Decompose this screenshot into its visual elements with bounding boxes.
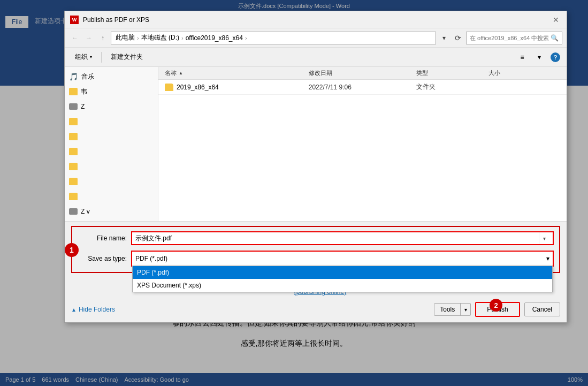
col-header-date: 修改日期 [309,69,417,77]
organize-chevron-icon: ▾ [90,55,92,59]
breadcrumb-drive: 本地磁盘 (D:) [141,33,179,42]
breadcrumb[interactable]: 此电脑 › 本地磁盘 (D:) › office2019_x86_x64 › [111,32,436,44]
nav-dropdown-button[interactable]: ▾ [438,32,450,44]
drive-icon-1 [69,103,78,110]
view-options-button[interactable]: ≡ [516,51,528,63]
col-header-size: 大小 [488,69,560,77]
nav-up-button[interactable]: ↑ [97,32,109,44]
filename-row: File name: ▾ [78,231,554,245]
nav-refresh-button[interactable]: ⟳ [452,32,464,44]
nav-bar: ← → ↑ 此电脑 › 本地磁盘 (D:) › office2019_x86_x… [65,28,567,48]
file-cell-date: 2022/7/11 9:06 [309,84,417,91]
dialog-bottom: 1 File name: ▾ Save as type: PDF (*.pdf) [65,221,567,322]
col-header-name: 名称 ▲ [165,69,309,77]
toolbar: 组织 ▾ 新建文件夹 ≡ ▾ ? [65,48,567,67]
breadcrumb-sep1: › [137,35,139,41]
savetype-option-xps[interactable]: XPS Document (*.xps) [133,279,552,292]
sidebar-item-folder3[interactable] [65,129,158,144]
savetype-current-value: PDF (*.pdf) [135,255,167,262]
main-file-area: 名称 ▲ 修改日期 类型 大小 2019_x86_x64 2022/7/11 9… [158,67,567,221]
dialog-titlebar-left: W Publish as PDF or XPS [70,16,149,24]
folder-icon-4 [69,148,78,155]
file-list-area: 🎵 音乐 韦 Z [65,67,567,221]
nav-forward-button[interactable]: → [83,32,95,44]
sidebar-label-drive1: Z [81,103,85,110]
breadcrumb-parts: 此电脑 › 本地磁盘 (D:) › office2019_x86_x64 › [116,33,247,42]
help-button[interactable]: ? [551,52,560,62]
dialog-close-button[interactable]: ✕ [551,14,561,25]
file-folder-icon [165,84,173,91]
chevron-up-icon: ▲ [71,307,77,313]
file-name: 2019_x86_x64 [177,84,219,91]
savetype-option-pdf-label: PDF (*.pdf) [137,269,169,276]
new-folder-label: 新建文件夹 [111,52,143,62]
toolbar-divider [101,52,102,63]
left-sidebar: 🎵 音乐 韦 Z [65,67,158,221]
col-header-type: 类型 [416,69,488,77]
file-cell-name: 2019_x86_x64 [165,84,309,91]
folder-icon-3 [69,133,78,140]
bottom-fields-container: 1 File name: ▾ Save as type: PDF (*.pdf) [71,226,560,273]
file-list-header: 名称 ▲ 修改日期 类型 大小 [158,67,567,80]
breadcrumb-pc: 此电脑 [116,33,135,42]
search-container: 🔍 [466,32,562,44]
folder-icon-2 [69,118,78,125]
filename-input[interactable] [135,234,539,242]
tools-main-button[interactable]: Tools [434,304,461,315]
breadcrumb-sep3: › [245,35,247,41]
folder-icon-6 [69,178,78,185]
organize-button[interactable]: 组织 ▾ [71,51,96,63]
sidebar-item-folder1[interactable]: 韦 [65,84,158,99]
breadcrumb-folder: office2019_x86_x64 [186,34,243,42]
savetype-container: PDF (*.pdf) ▾ PDF (*.pdf) XPS Document (… [131,251,554,267]
sidebar-label-1: 韦 [81,87,87,96]
hide-folders-button[interactable]: ▲ Hide Folders [71,305,115,314]
sidebar-label-drive2: Z v [81,208,90,215]
tools-button: Tools ▾ [434,303,471,316]
nav-back-button[interactable]: ← [69,32,81,44]
folder-icon-5 [69,163,78,170]
tools-arrow-button[interactable]: ▾ [461,307,470,313]
filename-dropdown-button[interactable]: ▾ [539,232,549,244]
sidebar-item-folder4[interactable] [65,144,158,159]
dialog-titlebar: W Publish as PDF or XPS ✕ [65,11,567,28]
sidebar-item-folder6[interactable] [65,174,158,189]
music-icon: 🎵 [69,72,78,81]
savetype-selected[interactable]: PDF (*.pdf) ▾ [132,252,553,266]
organize-label: 组织 [75,52,88,62]
word-icon: W [70,16,79,24]
sidebar-item-drive2[interactable]: Z v [65,204,158,219]
publish-dialog: W Publish as PDF or XPS ✕ ← → ↑ 此电脑 › 本地… [64,11,567,323]
filename-label: File name: [78,234,131,242]
search-input[interactable] [470,35,548,41]
folder-icon [69,88,78,95]
search-icon: 🔍 [551,34,559,42]
savetype-dropdown: PDF (*.pdf) XPS Document (*.xps) [132,266,553,292]
filename-input-container: ▾ [131,231,554,245]
savetype-row: Save as type: PDF (*.pdf) ▾ PDF (*.pdf) [78,251,554,267]
file-cell-type: 文件夹 [416,82,488,92]
sort-icon: ▲ [179,71,183,75]
sidebar-item-music[interactable]: 🎵 音乐 [65,69,158,84]
sidebar-item-drive1[interactable]: Z [65,99,158,114]
file-row[interactable]: 2019_x86_x64 2022/7/11 9:06 文件夹 [158,80,567,95]
dialog-overlay: W Publish as PDF or XPS ✕ ← → ↑ 此电脑 › 本地… [0,0,588,386]
sidebar-item-folder7[interactable] [65,189,158,204]
new-folder-button[interactable]: 新建文件夹 [107,51,147,63]
dialog-title: Publish as PDF or XPS [83,16,149,24]
drive-icon-2 [69,208,78,215]
breadcrumb-sep2: › [181,35,184,41]
sidebar-item-folder2[interactable] [65,114,158,129]
sidebar-item-folder5[interactable] [65,159,158,174]
sidebar-label-music: 音乐 [81,72,94,81]
view-dropdown-button[interactable]: ▾ [533,51,545,63]
annotation-badge-2: 2 [490,299,502,312]
cancel-button[interactable]: Cancel [524,302,560,316]
folder-icon-7 [69,193,78,200]
savetype-label: Save as type: [78,255,131,262]
annotation-badge-1: 1 [65,243,79,257]
action-row: ▲ Hide Folders Tools ▾ 2 Publish Cancel [71,300,560,318]
savetype-option-xps-label: XPS Document (*.xps) [137,282,201,289]
savetype-option-pdf[interactable]: PDF (*.pdf) [133,266,552,279]
hide-folders-label: Hide Folders [79,306,115,313]
